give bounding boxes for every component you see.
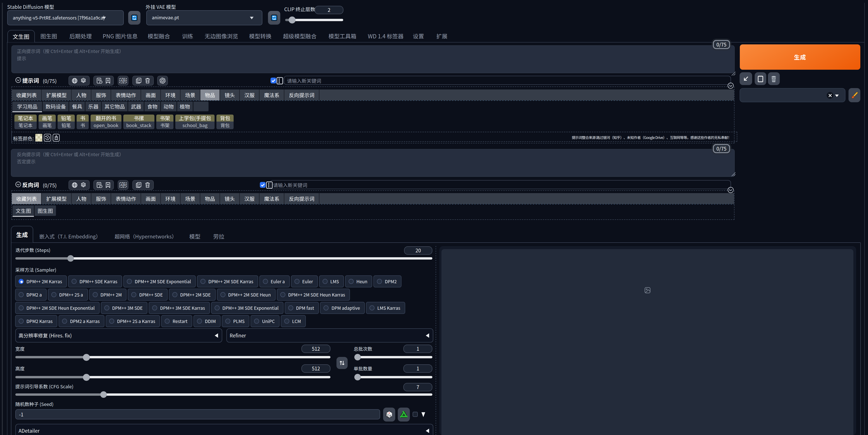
svg-text:A: A	[120, 78, 122, 83]
svg-text:A: A	[120, 182, 122, 187]
svg-text:B: B	[124, 182, 126, 187]
svg-text:B: B	[124, 78, 126, 83]
